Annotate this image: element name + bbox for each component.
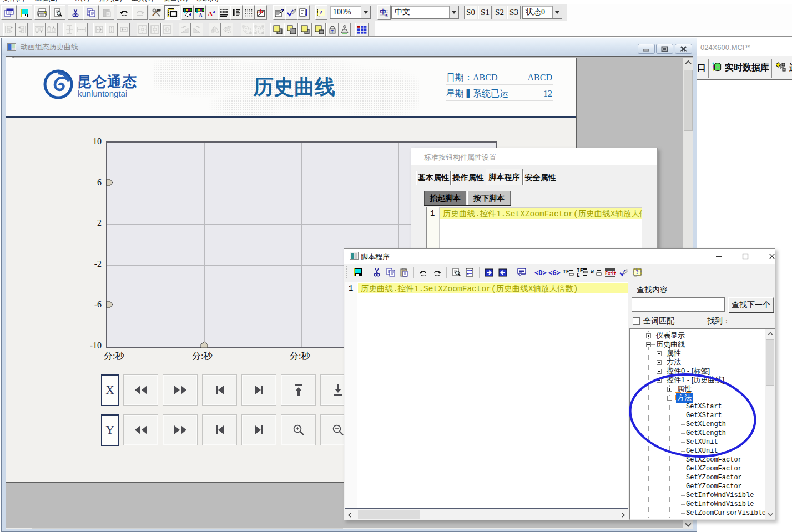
x-step-start-button[interactable]: [202, 374, 237, 406]
tree-item-label[interactable]: GetXUnit: [685, 447, 719, 455]
close-button[interactable]: [675, 44, 692, 54]
menu-item-2[interactable]: 编辑(E): [35, 0, 57, 2]
dialog-tab-1[interactable]: 基本属性: [416, 171, 451, 185]
language-combo[interactable]: 中文: [391, 6, 459, 19]
y-step-end-button[interactable]: [241, 414, 276, 445]
expand-icon[interactable]: [657, 351, 662, 356]
workspace-frame-button[interactable]: [164, 5, 180, 20]
cursor-marker-icon[interactable]: [106, 179, 113, 186]
scroll-up-icon[interactable]: [683, 58, 693, 67]
grid-toggle-button[interactable]: [355, 23, 369, 36]
find-input[interactable]: [632, 297, 725, 312]
release-script-button[interactable]: 抬起脚本: [424, 191, 466, 205]
print-preview-button[interactable]: [50, 5, 65, 20]
scroll-right-icon[interactable]: [618, 510, 628, 520]
tree-item[interactable]: SetXStart: [680, 402, 723, 411]
tree-item-label[interactable]: SetXStart: [685, 403, 723, 411]
chevron-down-icon[interactable]: [552, 6, 562, 18]
designer-hscrollbar[interactable]: [6, 528, 683, 529]
sw-goto-left-button[interactable]: [496, 266, 509, 279]
menu-item-1[interactable]: 文件(F): [3, 0, 24, 2]
tree-item[interactable]: GetXZoomFactor: [680, 464, 743, 473]
close-button[interactable]: [766, 250, 778, 262]
y-step-start-button[interactable]: [202, 414, 237, 445]
sw-help-button[interactable]: ?: [630, 266, 644, 279]
editor-hscrollbar[interactable]: [345, 509, 628, 520]
zoom-combo[interactable]: 100%: [330, 6, 371, 19]
sw-exit-button[interactable]: Exit: [603, 266, 617, 279]
tree-item[interactable]: SetXLength: [680, 420, 727, 429]
save-button[interactable]: [17, 5, 32, 20]
tree-item[interactable]: GetXUnit: [680, 447, 719, 455]
x-fast-forward-button[interactable]: [163, 374, 198, 406]
anim-palette-button[interactable]: [181, 5, 194, 20]
script-editor[interactable]: 1 历史曲线.控件1.SetXZoomFactor(历史曲线X轴放大倍数): [345, 282, 628, 509]
send-back-button[interactable]: [284, 23, 298, 36]
tree-item[interactable]: SetXZoomFactor: [680, 455, 743, 464]
sw-redo-button[interactable]: [430, 266, 444, 279]
tree-item[interactable]: 控件1 - [历史曲线]: [657, 376, 725, 384]
send-backward-button[interactable]: [312, 23, 326, 36]
pin-button[interactable]: [339, 23, 351, 36]
tree-item[interactable]: 仪表显示: [646, 331, 686, 340]
expand-icon[interactable]: [657, 360, 662, 365]
sw-cut-button[interactable]: [370, 266, 384, 279]
doc-sort-button[interactable]: [297, 5, 310, 20]
tree-item-label[interactable]: 方法: [676, 393, 693, 403]
dialog-tab-4[interactable]: 安全属性: [523, 171, 557, 185]
tree-item[interactable]: 控件0 - [标签]: [657, 367, 711, 376]
print-button[interactable]: [34, 5, 50, 20]
lock-button[interactable]: T: [326, 23, 339, 36]
tools-button[interactable]: [149, 5, 164, 20]
x-step-end-button[interactable]: [241, 374, 276, 406]
state-button-s3[interactable]: S3: [507, 6, 521, 19]
state-button-s0[interactable]: S0: [464, 6, 477, 19]
tree-item-label[interactable]: GetXStart: [685, 412, 723, 419]
undo-button[interactable]: [117, 5, 132, 20]
find-next-button[interactable]: 查找下一个: [728, 297, 774, 312]
tree-item[interactable]: 属性: [667, 384, 693, 393]
tree-item[interactable]: SetYZoomFactor: [680, 473, 743, 482]
tree-item[interactable]: GetXStart: [680, 411, 723, 420]
designer-vscroll-thumb[interactable]: [684, 70, 693, 131]
cut-button[interactable]: [68, 5, 83, 20]
menu-item-7[interactable]: 帮助(H): [196, 0, 219, 2]
syntax-check-button[interactable]: [285, 5, 297, 20]
whole-word-checkbox[interactable]: [633, 317, 640, 325]
menu-item-6[interactable]: 窗口(W): [164, 0, 188, 2]
tree-item-label[interactable]: SetInfoWndVisible: [685, 492, 755, 499]
sw-goto-right-button[interactable]: [482, 266, 496, 279]
editor-hscroll-thumb[interactable]: [358, 510, 420, 519]
tree-item[interactable]: SetXUnit: [680, 438, 719, 447]
tree-vscrollbar[interactable]: [765, 329, 775, 519]
state-button-s1[interactable]: S1: [478, 6, 492, 19]
press-script-button[interactable]: 按下脚本: [467, 191, 511, 205]
expand-icon[interactable]: [667, 387, 672, 392]
dot-grid-button[interactable]: [243, 5, 255, 20]
label-image-button[interactable]: ab: [255, 5, 267, 20]
workbench-tab-3[interactable]: 运: [776, 62, 792, 74]
cjk-font-button[interactable]: 中A: [377, 5, 391, 20]
tree-item-label[interactable]: GetInfoWndVisible: [685, 500, 755, 508]
font-button[interactable]: Aa: [206, 5, 218, 20]
scroll-down-icon[interactable]: [765, 510, 775, 519]
sw-if-button[interactable]: IF: [561, 266, 575, 279]
y-fast-forward-button[interactable]: [163, 414, 198, 445]
state-button-s2[interactable]: S2: [493, 6, 506, 19]
properties-button[interactable]: [273, 5, 285, 20]
maximize-button[interactable]: [739, 250, 751, 262]
tree-item-label[interactable]: SetXLength: [685, 420, 727, 428]
sw-copy-button[interactable]: [384, 266, 397, 279]
cursor-marker-icon[interactable]: [200, 341, 208, 348]
tree-item-label[interactable]: GetXLength: [685, 429, 727, 437]
tree-item[interactable]: 属性: [657, 349, 682, 358]
sw-convert-button[interactable]: [463, 266, 477, 279]
palette-text-button[interactable]: A: [194, 5, 206, 20]
sw-save-button[interactable]: [351, 266, 365, 279]
minimize-button[interactable]: [713, 250, 725, 262]
scroll-up-icon[interactable]: [765, 329, 775, 338]
tree-item-label[interactable]: GetXZoomFactor: [685, 465, 743, 473]
tree-item-label[interactable]: SetYZoomFactor: [685, 474, 743, 482]
x-move-top-button[interactable]: [281, 374, 316, 406]
tree-item-label[interactable]: SetZoomCursorVisible: [685, 509, 767, 517]
